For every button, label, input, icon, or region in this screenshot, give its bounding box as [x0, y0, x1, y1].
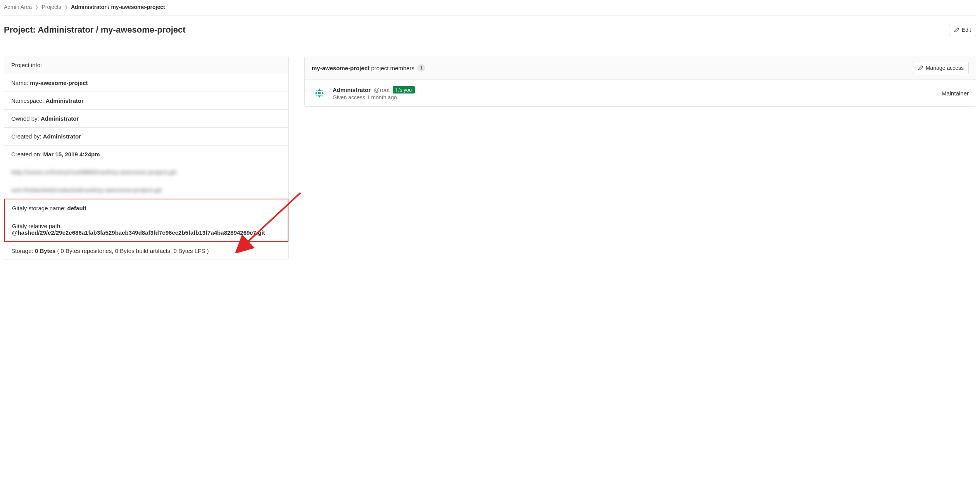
info-namespace-label: Namespace: — [11, 97, 45, 104]
info-gitaly-path: Gitaly relative path: @hashed/29/e2/29e2… — [5, 217, 288, 241]
project-info-panel: Project info: Name: my-awesome-project N… — [4, 56, 289, 260]
breadcrumb-projects[interactable]: Projects — [41, 4, 61, 10]
member-access-given: Given access 1 month ago — [333, 94, 936, 100]
info-name-label: Name: — [11, 80, 30, 86]
members-project-name: my-awesome-project — [312, 65, 369, 71]
members-count-badge: 1 — [418, 64, 425, 72]
avatar[interactable] — [312, 85, 327, 101]
chevron-right-icon: ❯ — [35, 5, 38, 10]
project-info-header: Project info: — [4, 56, 288, 74]
info-created-by-label: Created by: — [11, 133, 43, 140]
info-redacted-2: ssh://redacted@redacted/root/my-awesome-… — [4, 181, 288, 199]
member-info: Administrator @root It's you Given acces… — [333, 86, 936, 100]
gitaly-storage-value: default — [67, 205, 86, 211]
info-owned-by-value: Administrator — [41, 115, 79, 122]
page-title: Project: Administrator / my-awesome-proj… — [4, 25, 186, 35]
info-created-on-label: Created on: — [11, 151, 43, 158]
storage-value: 0 Bytes — [35, 248, 55, 254]
svg-rect-5 — [318, 92, 321, 94]
info-created-by: Created by: Administrator — [4, 128, 288, 145]
member-role: Maintainer — [942, 90, 969, 97]
info-storage: Storage: 0 Bytes ( 0 Bytes repositories,… — [4, 242, 288, 260]
info-name-value: my-awesome-project — [30, 80, 88, 86]
info-created-on: Created on: Mar 15, 2019 4:24pm — [4, 145, 288, 163]
manage-access-button[interactable]: Manage access — [913, 62, 969, 74]
member-handle: @root — [374, 87, 390, 93]
info-created-on-value: Mar 15, 2019 4:24pm — [43, 151, 100, 158]
its-you-badge: It's you — [393, 86, 415, 93]
redacted-text: http://some:url/entry/root/8805/root/my-… — [11, 169, 281, 175]
gitaly-path-value: @hashed/29/e2/29e2c686a1fab3fa529bacb349… — [12, 229, 265, 236]
info-owned-by-label: Owned by: — [11, 115, 41, 122]
members-panel: my-awesome-project project members 1 Man… — [304, 56, 976, 107]
info-created-by-value: Administrator — [43, 133, 81, 140]
gitaly-path-label: Gitaly relative path: — [12, 223, 281, 229]
edit-button[interactable]: Edit — [949, 24, 976, 36]
page-header: Project: Administrator / my-awesome-proj… — [4, 16, 976, 44]
info-redacted-1: http://some:url/entry/root/8805/root/my-… — [4, 163, 288, 181]
info-name: Name: my-awesome-project — [4, 74, 288, 92]
info-gitaly-storage: Gitaly storage name: default — [5, 199, 288, 217]
breadcrumb-admin-area[interactable]: Admin Area — [4, 4, 32, 10]
info-namespace: Namespace: Administrator — [4, 92, 288, 110]
gitaly-storage-label: Gitaly storage name: — [12, 205, 67, 211]
redacted-text: ssh://redacted@redacted/root/my-awesome-… — [11, 187, 281, 193]
manage-access-label: Manage access — [926, 65, 964, 71]
storage-detail: ( 0 Bytes repositories, 0 Bytes build ar… — [55, 248, 209, 254]
member-name[interactable]: Administrator — [333, 87, 371, 93]
member-row: Administrator @root It's you Given acces… — [305, 80, 976, 106]
edit-button-label: Edit — [962, 27, 971, 33]
breadcrumb: Admin Area ❯ Projects ❯ Administrator / … — [4, 4, 976, 16]
breadcrumb-current: Administrator / my-awesome-project — [71, 4, 165, 10]
project-info-header-text: Project info: — [11, 62, 42, 68]
pencil-icon — [954, 27, 959, 33]
storage-label: Storage: — [11, 248, 35, 254]
pencil-icon — [918, 65, 923, 71]
info-namespace-value: Administrator — [45, 97, 83, 104]
members-header-suffix: project members — [369, 65, 414, 71]
info-owned-by: Owned by: Administrator — [4, 110, 288, 128]
members-header: my-awesome-project project members 1 Man… — [305, 56, 976, 80]
highlighted-gitaly-section: Gitaly storage name: default Gitaly rela… — [4, 199, 288, 242]
chevron-right-icon: ❯ — [64, 5, 68, 10]
